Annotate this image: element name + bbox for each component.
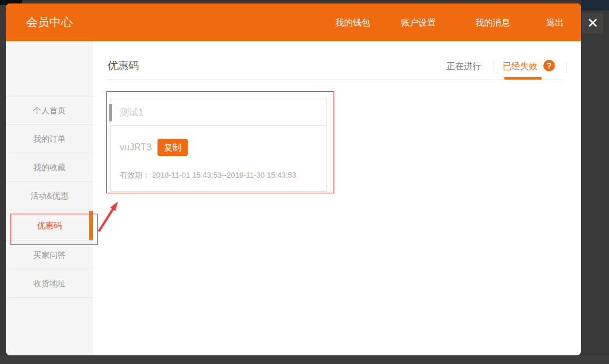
tab-divider bbox=[567, 62, 567, 74]
nav-item-logout[interactable]: 退出 bbox=[546, 3, 564, 41]
annotation-arrow-icon bbox=[96, 199, 122, 234]
coupon-code: vuJRT3 bbox=[120, 139, 152, 156]
help-icon[interactable]: ? bbox=[543, 60, 555, 71]
member-center-modal: 会员中心 我的钱包 账户设置 我的消息 退出 个人首页 我的订单 我的收藏 活动… bbox=[6, 3, 581, 355]
sidebar-item-label: 活动&优惠 bbox=[30, 191, 68, 200]
tab-divider bbox=[493, 62, 493, 74]
sidebar-item-shipping-address[interactable]: 收货地址 bbox=[6, 269, 93, 298]
background-topbar-fragment bbox=[581, 0, 609, 10]
modal-header: 会员中心 我的钱包 账户设置 我的消息 退出 bbox=[6, 3, 581, 41]
coupon-validity: 有效期： 2018-11-01 15:43:53--2018-11-30 15:… bbox=[120, 170, 296, 181]
background-bottom-strip bbox=[0, 355, 609, 364]
sidebar: 个人首页 我的订单 我的收藏 活动&优惠 优惠码 买家问答 收货地址 bbox=[6, 41, 93, 355]
sidebar-item-my-favorites[interactable]: 我的收藏 bbox=[6, 153, 93, 182]
page-title: 会员中心 bbox=[26, 3, 73, 41]
list-marker-icon bbox=[109, 104, 112, 121]
coupon-card-header: 测试1 bbox=[111, 99, 327, 126]
sidebar-item-label: 收货地址 bbox=[33, 279, 66, 288]
content-title: 优惠码 bbox=[108, 59, 139, 73]
nav-item-messages[interactable]: 我的消息 bbox=[475, 3, 510, 41]
sidebar-item-label: 买家问答 bbox=[33, 250, 66, 260]
content-panel: 优惠码 正在进行 已经失效 ? 测试1 vuJRT3 复制 有效期： 2018-… bbox=[93, 41, 581, 355]
tab-in-progress[interactable]: 正在进行 bbox=[446, 61, 481, 72]
sidebar-item-activities-discounts[interactable]: 活动&优惠 bbox=[6, 182, 93, 210]
tab-expired[interactable]: 已经失效 bbox=[503, 61, 538, 72]
close-button[interactable]: ✕ bbox=[582, 13, 603, 34]
validity-label: 有效期： bbox=[120, 171, 150, 179]
coupon-name: 测试1 bbox=[120, 99, 144, 126]
sidebar-item-buyer-qa[interactable]: 买家问答 bbox=[6, 241, 93, 269]
nav-item-account-settings[interactable]: 账户设置 bbox=[401, 3, 436, 41]
coupon-card: 测试1 vuJRT3 复制 有效期： 2018-11-01 15:43:53--… bbox=[110, 99, 327, 192]
screen: { "header": { "title": "会员中心", "nav": [ … bbox=[0, 0, 609, 364]
sidebar-active-indicator bbox=[89, 211, 93, 240]
sidebar-item-label: 我的收藏 bbox=[33, 163, 66, 172]
sidebar-item-coupon-code[interactable]: 优惠码 bbox=[6, 210, 93, 241]
nav-item-wallet[interactable]: 我的钱包 bbox=[335, 3, 370, 41]
close-icon: ✕ bbox=[587, 15, 599, 31]
sidebar-item-label: 我的订单 bbox=[33, 134, 66, 143]
sidebar-item-personal-home[interactable]: 个人首页 bbox=[6, 96, 93, 125]
sidebar-item-label: 优惠码 bbox=[37, 221, 62, 230]
sidebar-item-label: 个人首页 bbox=[33, 106, 66, 115]
validity-value: 2018-11-01 15:43:53--2018-11-30 15:43:53 bbox=[152, 171, 296, 179]
copy-button[interactable]: 复制 bbox=[157, 139, 188, 156]
sidebar-spacer bbox=[6, 41, 93, 96]
content-header-divider bbox=[108, 80, 564, 80]
sidebar-item-my-orders[interactable]: 我的订单 bbox=[6, 125, 93, 153]
